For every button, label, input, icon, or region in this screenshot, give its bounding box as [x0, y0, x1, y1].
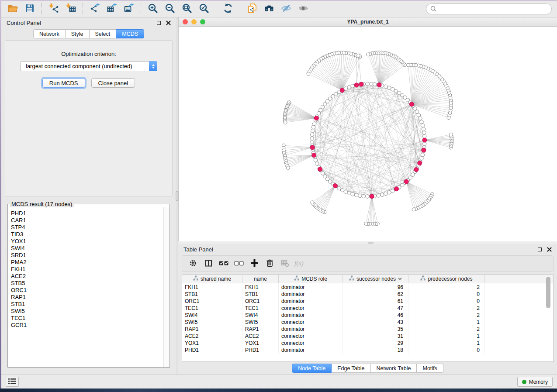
mcds-result-item[interactable]: GCR1 — [11, 322, 163, 329]
create-column-button[interactable] — [248, 257, 261, 270]
column-header-name[interactable]: name — [242, 275, 279, 283]
tab-motifs[interactable]: Motifs — [417, 364, 443, 373]
export-table-button[interactable] — [104, 2, 120, 16]
toolbar-group — [5, 2, 38, 16]
table-row[interactable]: FKH1FKH1dominator962 — [182, 284, 553, 291]
cell-shared-name: STB1 — [182, 291, 242, 298]
table-row[interactable]: YOX1YOX1connector291 — [182, 340, 553, 347]
tab-mcds[interactable]: MCDS — [116, 29, 144, 38]
horizontal-splitter-handle[interactable] — [368, 242, 374, 244]
refresh-view-button[interactable] — [220, 2, 236, 16]
mcds-result-item[interactable]: ORC1 — [11, 287, 163, 294]
network-canvas[interactable] — [179, 27, 557, 241]
vertical-splitter[interactable] — [176, 17, 178, 375]
table-row[interactable]: PHD1PHD1dominator180 — [182, 347, 553, 354]
tab-select[interactable]: Select — [90, 29, 117, 38]
zoom-selected-button[interactable] — [196, 2, 212, 16]
table-tabs: Node TableEdge TableNetwork TableMotifs — [178, 362, 557, 375]
export-image-button[interactable] — [121, 2, 137, 16]
import-network-button[interactable] — [46, 2, 62, 16]
mcds-result-item[interactable]: TEC1 — [11, 315, 163, 322]
table-options-gear-button[interactable] — [187, 257, 200, 270]
close-table-panel-icon[interactable] — [547, 247, 552, 252]
mcds-result-list: PHD1CAR1STP4TID3YOX1SWI4SRD1PMA2FKH1ACE2… — [8, 209, 163, 367]
select-checked-button[interactable] — [217, 257, 230, 270]
new-network-from-selection-button[interactable] — [244, 2, 260, 16]
column-header-predecessor-nodes[interactable]: predecessor nodes — [408, 275, 485, 283]
search-input[interactable] — [426, 3, 552, 14]
cell-mcds-role: dominator — [279, 298, 343, 305]
column-header-successor-nodes[interactable]: successor nodes — [343, 275, 408, 283]
table-row[interactable]: ORC1ORC1dominator610 — [182, 298, 553, 305]
cell-name: ACE2 — [242, 333, 279, 340]
toolbar-group — [220, 2, 236, 16]
run-mcds-button[interactable]: Run MCDS — [42, 78, 85, 88]
export-network-button[interactable] — [87, 2, 103, 16]
optimization-criterion-select[interactable]: largest connected component (undirected) — [20, 61, 157, 71]
traffic-light-close[interactable] — [183, 19, 188, 24]
traffic-light-minimize[interactable] — [191, 19, 197, 24]
mcds-result-item[interactable]: RAP1 — [11, 294, 163, 301]
tab-edge-table[interactable]: Edge Table — [332, 364, 370, 373]
open-file-button[interactable] — [5, 2, 21, 16]
panel-menu-button[interactable] — [6, 377, 19, 387]
save-session-button[interactable] — [22, 2, 38, 16]
tab-network[interactable]: Network — [33, 29, 66, 38]
cell-name: PHD1 — [242, 347, 279, 354]
show-all-button[interactable] — [295, 2, 311, 16]
table-row[interactable]: SWI5SWI5connector431 — [182, 319, 553, 326]
table-row[interactable]: ACE2ACE2connector311 — [182, 333, 553, 340]
mcds-result-item[interactable]: ACE2 — [11, 273, 163, 280]
horizontal-splitter[interactable] — [178, 241, 557, 244]
tab-node-table[interactable]: Node Table — [292, 364, 332, 373]
mcds-result-item[interactable]: TID3 — [11, 231, 163, 238]
column-label: MCDS role — [301, 276, 327, 282]
mcds-result-item[interactable]: STP4 — [11, 224, 163, 231]
table-row[interactable]: SWI4SWI4dominator462 — [182, 312, 553, 319]
table-row[interactable]: STB1STB1dominator620 — [182, 291, 553, 298]
control-panel-title: Control Panel — [7, 20, 41, 26]
mcds-result-item[interactable]: STB5 — [11, 280, 163, 287]
close-mcds-panel-button[interactable]: Close panel — [91, 78, 135, 88]
split-panel-button[interactable] — [202, 257, 215, 270]
cell-successor-nodes: 29 — [343, 340, 408, 347]
import-table-button[interactable] — [63, 2, 79, 16]
vertical-splitter-handle[interactable] — [176, 191, 179, 201]
create-column-icon — [250, 259, 259, 268]
mcds-result-item[interactable]: YOX1 — [11, 238, 163, 245]
mcds-result-item[interactable]: SWI4 — [11, 245, 163, 252]
cell-successor-nodes: 96 — [343, 284, 408, 291]
column-header-mcds-role[interactable]: MCDS role — [279, 275, 343, 283]
table-row[interactable]: RAP1RAP1dominator352 — [182, 326, 553, 333]
column-header-shared-name[interactable]: shared name — [182, 275, 242, 283]
mcds-result-item[interactable]: PMA2 — [11, 259, 163, 266]
mcds-list-scrollbar[interactable] — [163, 207, 170, 367]
table-row[interactable]: TEC1TEC1connector472 — [182, 305, 553, 312]
deselect-unchecked-button[interactable] — [232, 257, 246, 270]
mcds-result-item[interactable]: SWI5 — [11, 308, 163, 315]
hide-selected-button[interactable] — [278, 2, 294, 16]
memory-button[interactable]: Memory — [517, 377, 553, 387]
float-table-panel-icon[interactable] — [538, 248, 542, 251]
delete-table-icon — [281, 259, 289, 268]
first-neighbors-button[interactable] — [261, 2, 277, 16]
zoom-out-button[interactable] — [162, 2, 178, 16]
new-network-from-selection-icon — [247, 3, 257, 15]
tab-style[interactable]: Style — [66, 29, 90, 38]
mcds-result-item[interactable]: FKH1 — [11, 266, 163, 273]
zoom-in-button[interactable] — [145, 2, 161, 16]
table-scrollbar-thumb[interactable] — [546, 277, 550, 308]
mcds-result-item[interactable]: CAR1 — [11, 217, 163, 224]
zoom-fit-button[interactable] — [179, 2, 195, 16]
table-panel-title: Table Panel — [183, 246, 213, 253]
traffic-light-zoom[interactable] — [200, 19, 205, 24]
mcds-result-item[interactable]: STB1 — [11, 301, 163, 308]
table-scrollbar[interactable] — [546, 276, 551, 360]
mcds-result-item[interactable]: SRD1 — [11, 252, 163, 259]
tab-network-table[interactable]: Network Table — [371, 364, 417, 373]
float-panel-icon[interactable] — [157, 21, 161, 25]
delete-selected-button[interactable] — [263, 257, 276, 270]
close-panel-icon[interactable] — [166, 21, 171, 25]
mcds-result-item[interactable]: PHD1 — [11, 210, 163, 217]
cell-name: RAP1 — [242, 326, 279, 333]
